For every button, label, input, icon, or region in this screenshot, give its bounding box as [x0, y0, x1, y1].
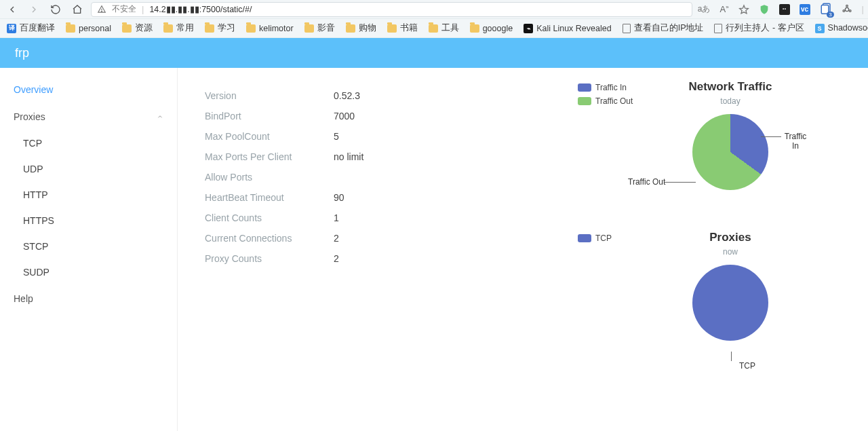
form-row: BindPort7000 [205, 106, 537, 126]
bookmark-item[interactable]: 学习 [205, 22, 235, 34]
bookmark-label: 百度翻译 [20, 22, 55, 34]
bookmark-item[interactable]: 查看自己的IP地址 [623, 22, 704, 34]
slice-label: Traffic Out [628, 177, 665, 187]
bookmark-item[interactable]: ⌁Kali Linux Revealed [524, 24, 612, 33]
bookmark-label: 行列主持人 - 客户区 [726, 22, 804, 34]
bookmark-label: personal [79, 24, 111, 33]
form-label: Proxy Counts [205, 253, 334, 264]
text-size-icon[interactable]: A» [719, 4, 728, 14]
address-bar[interactable]: 不安全 | 14.2▮▮.▮▮.▮▮:7500/static/#/ [91, 2, 692, 17]
form-row: Max Ports Per Clientno limit [205, 147, 537, 167]
bookmark-item[interactable]: personal [66, 24, 111, 33]
form-value: 2 [334, 233, 339, 244]
folder-icon [122, 24, 132, 33]
app-header: frp [0, 38, 868, 68]
forward-button[interactable] [26, 1, 42, 18]
sidebar-item-help[interactable]: Help [0, 285, 177, 312]
brand: frp [15, 46, 29, 60]
sidebar-subitem-stcp[interactable]: STCP [0, 233, 177, 259]
bookmark-item[interactable]: 资源 [122, 22, 153, 34]
bookmark-item[interactable]: SShadowsocksR 多... [815, 22, 868, 34]
collections-icon[interactable]: 3 [820, 2, 832, 16]
form-label: HeartBeat Timeout [205, 192, 334, 203]
bookmark-label: 书籍 [400, 22, 418, 34]
page-icon [623, 24, 631, 33]
bookmarks-bar: 译百度翻译personal资源常用学习kelimotor影音购物书籍工具gooo… [0, 19, 868, 38]
chart-title: Proxies [652, 231, 808, 244]
form-label: Max PoolCount [205, 131, 334, 142]
form-label: BindPort [205, 111, 334, 121]
charts-column: Traffic In Traffic Out Network Traffic t… [564, 68, 868, 431]
bookmark-item[interactable]: gooogle [470, 24, 513, 33]
bookmark-label: gooogle [483, 24, 513, 33]
form-row: Client Counts1 [205, 208, 537, 228]
bookmark-label: 查看自己的IP地址 [634, 22, 704, 34]
form-value: no limit [334, 151, 363, 162]
sidebar: Overview Proxies TCPUDPHTTPHTTPSSTCPSUDP… [0, 68, 178, 431]
bookmark-item[interactable]: kelimotor [246, 24, 294, 33]
sidebar-subitem-udp[interactable]: UDP [0, 156, 177, 182]
reload-button[interactable] [47, 1, 64, 18]
favorite-star-icon[interactable] [738, 4, 749, 15]
form-value: 7000 [334, 111, 355, 121]
bookmark-label: 购物 [359, 22, 376, 34]
folder-icon [246, 24, 256, 33]
bookmark-item[interactable]: 书籍 [387, 22, 418, 34]
form-row: Current Connections2 [205, 228, 537, 248]
folder-icon [387, 24, 397, 33]
bookmark-item[interactable]: 译百度翻译 [7, 22, 55, 34]
home-button[interactable] [69, 1, 85, 18]
form-value: 2 [334, 253, 339, 264]
form-row: Version0.52.3 [205, 86, 537, 106]
browser-toolbar: 不安全 | 14.2▮▮.▮▮.▮▮:7500/static/#/ aあ A» … [0, 0, 868, 19]
ssr-icon: S [815, 24, 825, 33]
svg-point-6 [843, 10, 845, 12]
form-label: Version [205, 90, 334, 101]
form-row: Proxy Counts2 [205, 248, 537, 269]
overview-form: Version0.52.3BindPort7000Max PoolCount5M… [178, 68, 564, 431]
svg-point-3 [845, 7, 848, 11]
bookmark-label: kelimotor [259, 24, 294, 33]
bookmark-label: 影音 [317, 22, 335, 34]
folder-icon [429, 24, 438, 33]
translate-icon[interactable]: aあ [698, 3, 711, 15]
sidebar-item-proxies[interactable]: Proxies [0, 103, 177, 130]
bookmark-item[interactable]: 行列主持人 - 客户区 [714, 22, 804, 34]
sidebar-subitem-tcp[interactable]: TCP [0, 130, 177, 156]
svg-point-0 [102, 11, 102, 12]
bookmark-item[interactable]: 常用 [163, 22, 194, 34]
legend-swatch-icon [578, 234, 591, 242]
sidebar-subitem-http[interactable]: HTTP [0, 182, 177, 208]
form-value: 0.52.3 [334, 90, 360, 101]
form-row: HeartBeat Timeout90 [205, 187, 537, 208]
bookmark-item[interactable]: 购物 [346, 22, 376, 34]
form-row: Max PoolCount5 [205, 126, 537, 147]
folder-icon [470, 24, 479, 33]
sidebar-subitem-sudp[interactable]: SUDP [0, 259, 177, 285]
back-button[interactable] [4, 1, 20, 18]
form-label: Current Connections [205, 233, 334, 244]
legend-item: TCP [578, 233, 646, 243]
extension-icon-2[interactable]: vc [800, 4, 810, 15]
extensions-menu-icon[interactable] [842, 4, 852, 15]
folder-icon [163, 24, 173, 33]
chart-subtitle: now [652, 247, 808, 257]
form-label: Allow Ports [205, 172, 334, 183]
folder-icon [346, 24, 355, 33]
sidebar-item-overview[interactable]: Overview [0, 76, 177, 103]
form-value: 90 [334, 192, 344, 203]
chart-subtitle: today [652, 96, 808, 106]
extension-icon-1[interactable]: ·· [779, 4, 790, 15]
bookmark-label: ShadowsocksR 多... [828, 22, 868, 34]
svg-point-4 [846, 5, 848, 7]
form-value: 1 [334, 212, 339, 223]
shield-icon[interactable] [759, 4, 770, 15]
sidebar-subitem-https[interactable]: HTTPS [0, 208, 177, 233]
bookmark-label: Kali Linux Revealed [536, 24, 612, 33]
bookmark-item[interactable]: 影音 [304, 22, 335, 34]
bookmark-item[interactable]: 工具 [429, 22, 459, 34]
form-label: Client Counts [205, 212, 334, 223]
insecure-label: 不安全 [112, 3, 136, 15]
slice-label: Traffic In [783, 132, 808, 151]
legend-item: Traffic Out [578, 96, 646, 106]
